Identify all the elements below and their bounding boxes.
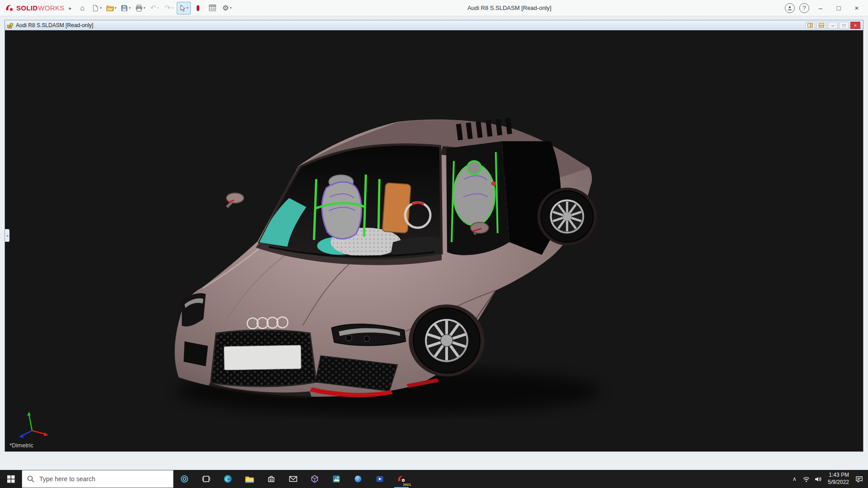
redo-icon: ↷ [165,4,170,12]
dropdown-icon: ▾ [230,6,231,10]
account-icon [787,5,793,11]
new-document-button[interactable]: ▾ [90,2,104,14]
license-plate [224,345,302,370]
assembly-document-icon [7,22,14,29]
windows-logo-icon [7,475,15,483]
doc-toolbar-button-1[interactable] [805,22,815,29]
clock-date: 5/9/2022 [828,479,849,486]
x-axis-arrow [44,432,48,436]
brand-text-works: WORKS [38,4,64,12]
toolbar-expander-icon[interactable]: ▸ [69,5,72,11]
store-icon [267,475,275,483]
search-input[interactable] [38,475,168,483]
dropdown-icon: ▾ [129,6,131,10]
account-button[interactable] [785,3,795,13]
dropdown-icon: ▾ [144,6,146,10]
taskbar-clock[interactable]: 1:43 PM 5/9/2022 [824,472,853,486]
doc-minimize-button[interactable]: – [828,22,838,29]
viewport-3d[interactable]: *Dimetric ◂ [5,30,863,451]
maximize-icon: □ [836,4,840,12]
solidworks-taskbar-button[interactable]: 2021 [391,470,412,488]
taskbar: 2021 ∧ 1:43 PM 5/9/2022 [0,470,868,488]
home-button[interactable]: ⌂ [75,2,90,14]
document-window: Audi R8 S.SLDASM [Read-only] – □ × [5,20,863,452]
view-orientation-label: *Dimetric [9,442,33,449]
car-3d-render[interactable] [5,30,863,451]
photos-button[interactable] [326,470,347,488]
document-titlebar[interactable]: Audi R8 S.SLDASM [Read-only] – □ × [5,20,863,31]
doc-close-button[interactable]: × [850,22,860,29]
start-button[interactable] [0,470,22,488]
solidworks-logo-icon [5,3,14,13]
close-icon: × [854,23,857,28]
open-document-button[interactable]: ▾ [104,2,118,14]
home-icon: ⌂ [80,4,85,12]
help-button[interactable]: ? [799,3,809,13]
3d-viewer-button[interactable] [304,470,326,488]
select-cursor-icon [179,5,186,12]
media-player-button[interactable] [369,470,391,488]
search-icon [27,475,34,483]
left-mirror [226,193,244,207]
doc-toolbar-button-2[interactable] [816,22,826,29]
dropdown-icon: ▾ [115,6,117,10]
save-button[interactable]: ▾ [119,2,133,14]
undo-button[interactable]: ↶▾ [148,2,162,14]
action-center-button[interactable] [853,470,865,488]
3d-viewer-icon [311,475,319,483]
store-button[interactable] [260,470,282,488]
tray-expand-button[interactable]: ∧ [788,470,800,488]
help-icon: ? [802,5,806,11]
file-explorer-button[interactable] [239,470,260,488]
audi-r8-model[interactable] [175,117,600,414]
dropdown-icon: ▾ [157,6,159,10]
volume-button[interactable] [812,470,824,488]
orientation-triad [15,407,51,440]
gear-icon: ⚙ [222,4,229,12]
redo-button[interactable]: ↷▾ [162,2,176,14]
table-icon [209,5,216,11]
select-button[interactable]: ▾ [177,2,191,14]
media-player-icon [376,475,384,483]
dropdown-icon: ▾ [187,6,189,10]
new-document-icon [92,5,99,12]
tray-up-icon: ∧ [793,476,797,482]
print-icon [135,5,143,12]
pane-icon [807,23,813,28]
projector-lens [345,335,352,341]
dropdown-icon: ▾ [100,6,102,10]
wifi-icon [802,476,810,483]
mail-button[interactable] [282,470,304,488]
task-view-button[interactable] [195,470,217,488]
save-icon [121,5,128,12]
solidworks-version-badge: 2021 [403,483,411,487]
doc-restore-button[interactable]: □ [839,22,849,29]
photos-icon [332,475,340,483]
cortana-button[interactable] [174,470,195,488]
mail-icon [289,475,297,483]
feature-panel-collapse-tab[interactable]: ◂ [5,229,9,242]
options-button[interactable]: ⚙▾ [220,2,234,14]
print-button[interactable]: ▾ [133,2,147,14]
driver-seat [322,182,362,239]
app-title: Audi R8 S.SLDASM [Read-only] [234,5,785,11]
selection-tool-red-button[interactable] [191,2,205,14]
cortana-icon [180,475,189,483]
y-axis-arrow [27,412,31,416]
screen: SOLID WORKS ▸ ⌂ ▾ ▾ ▾ ▾ ↶▾ ↷▾ [0,0,868,488]
minimize-button[interactable]: – [814,2,827,14]
taskbar-search[interactable] [22,470,174,488]
file-properties-button[interactable] [206,2,220,14]
minimize-icon: – [819,4,822,12]
maximize-button[interactable]: □ [832,2,845,14]
projector-lens-2 [364,336,369,342]
open-folder-icon [106,5,114,11]
clock-time: 1:43 PM [828,472,849,479]
file-explorer-icon [245,475,254,483]
edge-button[interactable] [217,470,239,488]
network-button[interactable] [800,470,812,488]
brand-text-solid: SOLID [16,4,38,12]
paint-3d-button[interactable] [347,470,369,488]
task-view-icon [202,475,210,483]
close-button[interactable]: × [850,2,863,14]
